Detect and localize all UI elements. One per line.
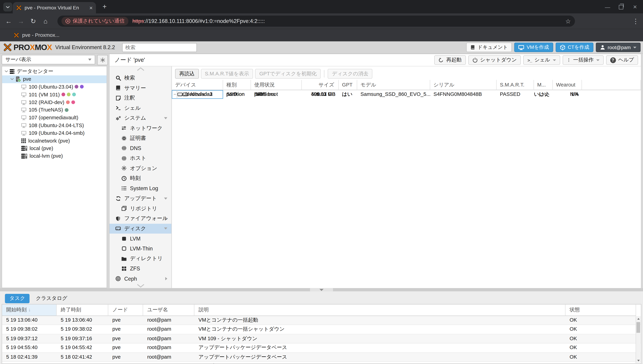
menu-item[interactable]: ZFS [110, 264, 171, 274]
task-column-header[interactable]: ノード [108, 304, 143, 316]
tree-item[interactable]: 108 (Ubuntu-24.04-LTS) [2, 122, 107, 129]
tab-search-button[interactable] [3, 2, 12, 12]
menu-item[interactable]: LVM [110, 234, 171, 244]
browser-menu-icon[interactable]: ⋮ [631, 17, 640, 25]
disk-column-header[interactable]: サイズ [302, 80, 339, 90]
task-row[interactable]: 5 19 13:06:405 19 13:06:40pveroot@pamVMと… [2, 316, 641, 325]
menu-item[interactable]: シェル [110, 103, 171, 113]
user-menu-button[interactable]: root@pam [596, 42, 640, 52]
node-action-power[interactable]: シャットダウン [468, 56, 521, 65]
disk-column-header[interactable]: M... [534, 80, 553, 90]
disk-row[interactable]: /dev/sda3partitionLVM499.03 GBはいいいえN/A [172, 90, 641, 99]
menu-item[interactable]: オプション [110, 163, 171, 173]
tree-item[interactable]: pve [2, 75, 107, 83]
menu-item[interactable]: LVM-Thin [110, 244, 171, 254]
menu-item[interactable]: 注釈 [110, 93, 171, 103]
reload-icon[interactable]: ↻ [27, 17, 40, 25]
menu-item[interactable]: サマリー [110, 83, 171, 93]
node-action-restart[interactable]: 再起動 [434, 56, 466, 65]
task-row[interactable]: 5 19 09:38:025 19 09:38:02pveroot@pamVMと… [2, 325, 641, 334]
window-minimize-button[interactable]: — [602, 2, 613, 12]
tree-item[interactable]: local (pve) [2, 145, 107, 152]
not-secure-chip[interactable]: 保護されていない通信 [62, 17, 128, 26]
tree-collapse-icon[interactable] [5, 70, 8, 72]
new-tab-button[interactable]: + [100, 2, 110, 12]
documentation-button[interactable]: ドキュメント [466, 42, 512, 52]
node-action-terminal-prompt[interactable]: >_シェル [523, 56, 560, 65]
tree-item[interactable]: 100 (Ubuntu-23.04) [2, 83, 107, 91]
task-row[interactable]: 5 18 02:41:395 18 02:41:42pveroot@pamアップ… [2, 353, 641, 362]
disk-column-header[interactable]: Wearout [553, 80, 582, 90]
menu-item[interactable]: DNS [110, 143, 171, 153]
forward-icon[interactable]: → [15, 17, 27, 25]
tree-item[interactable]: 105 (TrueNAS) [2, 106, 107, 114]
tree-settings-button[interactable] [97, 55, 108, 65]
back-icon[interactable]: ← [3, 17, 15, 25]
expanded-caret-icon[interactable] [164, 198, 167, 200]
menu-item[interactable]: アップデート [110, 194, 171, 204]
tree-item[interactable]: 102 (RAID-dev) [2, 98, 107, 106]
menu-item[interactable]: システム [110, 113, 171, 123]
window-close-button[interactable]: × [629, 2, 640, 12]
tree-collapse-icon[interactable] [10, 78, 14, 80]
splitter-handle[interactable] [310, 288, 333, 292]
disk-column-header[interactable]: 種別 [223, 80, 251, 90]
menu-item[interactable]: ホスト [110, 153, 171, 164]
disk-column-header[interactable]: S.M.A.R.T. [497, 80, 534, 90]
task-column-header[interactable]: ユーザ名 [143, 304, 195, 316]
disk-column-header[interactable]: シリアル [430, 80, 496, 90]
view-mode-select[interactable]: サーバ表示 [2, 55, 95, 64]
task-column-header[interactable]: 説明 [194, 304, 565, 316]
horizontal-splitter[interactable] [0, 288, 643, 292]
menu-item[interactable]: ディレクトリ [110, 254, 171, 264]
task-column-header[interactable]: 状態 [565, 304, 636, 316]
disk-column-header[interactable]: 使用状況 [251, 80, 302, 90]
task-row[interactable]: アップデートパッケージデータベース [2, 362, 641, 364]
create-vm-button[interactable]: VMを作成 [514, 42, 553, 52]
window-maximize-button[interactable] [615, 2, 627, 12]
scrollbar-thumb[interactable] [636, 322, 640, 333]
menu-item[interactable]: ネットワーク [110, 123, 171, 133]
disk-device-cell[interactable]: /dev/sda3 [172, 90, 223, 99]
task-row[interactable]: 5 19 09:37:125 19 09:37:16pveroot@pamVM … [2, 334, 641, 344]
tree-item[interactable]: local-lvm (pve) [2, 152, 107, 160]
expanded-caret-icon[interactable] [164, 117, 167, 119]
bookmark-star-icon[interactable]: ☆ [565, 17, 571, 25]
scroll-up-icon[interactable] [636, 316, 640, 321]
disk-column-header[interactable]: モデル [357, 80, 430, 90]
address-bar[interactable]: 保護されていない通信 https://192.168.10.111:8006/#… [57, 16, 575, 27]
global-search-input[interactable] [122, 43, 197, 52]
expanded-caret-icon[interactable] [164, 228, 167, 230]
task-column-header[interactable]: 終了時刻 [57, 304, 108, 316]
disk-toolbar-button[interactable]: S.M.A.R.T値を表示 [201, 69, 253, 79]
create-ct-button[interactable]: CTを作成 [555, 42, 593, 52]
task-tab[interactable]: タスク [5, 294, 30, 303]
tree-item[interactable]: 109 (Ubuntu-24.04-smb) [2, 129, 107, 137]
menu-item[interactable]: ディスク [110, 224, 171, 234]
disk-toolbar-button[interactable]: 再読込 [175, 69, 199, 79]
browser-tab[interactable]: pve - Proxmox Virtual En × [13, 2, 96, 14]
task-tab[interactable]: クラスタログ [31, 294, 72, 303]
menu-item[interactable]: ファイアウォール [110, 214, 171, 224]
menu-item[interactable]: 検索 [110, 73, 171, 83]
task-scrollbar[interactable] [636, 316, 640, 363]
disk-toolbar-button[interactable]: ディスクの消去 [328, 69, 372, 79]
node-action-bulk-actions[interactable]: 一括操作 [562, 56, 603, 65]
tab-close-icon[interactable]: × [89, 4, 93, 11]
menu-item[interactable]: リポジトリ [110, 204, 171, 214]
tree-item[interactable]: 107 (openmediavault) [2, 114, 107, 122]
task-column-header[interactable]: 開始時刻↓ [2, 304, 57, 316]
home-icon[interactable]: ⌂ [40, 17, 52, 25]
disk-column-header[interactable]: デバイス [172, 80, 223, 90]
menu-scroll-down-icon[interactable] [110, 284, 171, 288]
menu-scroll-up-icon[interactable] [110, 67, 171, 71]
menu-item[interactable]: Ceph [110, 274, 171, 284]
collapsed-caret-icon[interactable] [165, 217, 167, 220]
disk-toolbar-button[interactable]: GPTでディスクを初期化 [255, 69, 321, 79]
menu-item[interactable]: 時刻 [110, 173, 171, 184]
node-action-help[interactable]: ?ヘルプ [606, 56, 638, 65]
menu-item[interactable]: 証明書 [110, 133, 171, 143]
scroll-down-icon[interactable] [636, 358, 640, 363]
disk-column-header[interactable]: GPT [339, 80, 357, 90]
bookmark-item[interactable]: pve - Proxmox... [14, 32, 60, 38]
